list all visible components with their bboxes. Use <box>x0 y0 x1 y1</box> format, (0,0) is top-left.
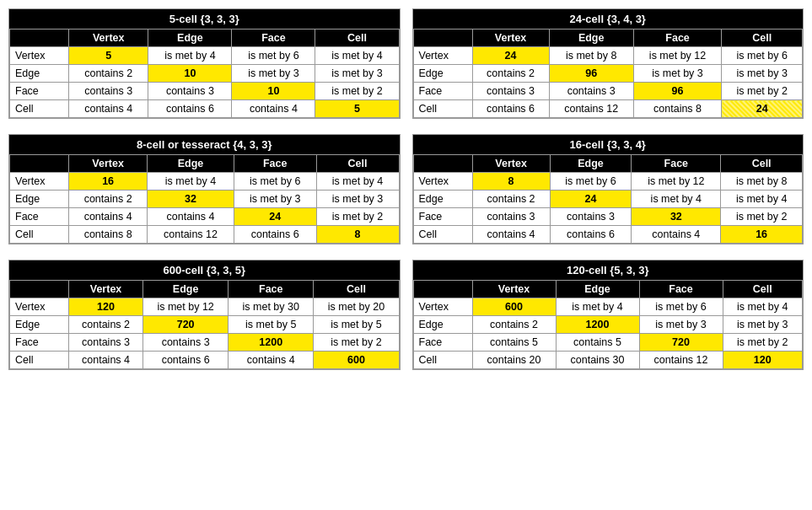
cell-24cell-face-1: contains 3 <box>549 83 633 100</box>
header-120cell-0 <box>413 281 472 298</box>
table-row: Vertex8is met by 6is met by 12is met by … <box>413 173 803 191</box>
header-120cell-1: Vertex <box>472 281 556 298</box>
title-24cell: 24-cell {3, 4, 3} <box>413 9 804 29</box>
cell-8cell-face-1: contains 4 <box>148 208 234 226</box>
row-label-8cell-vertex: Vertex <box>10 173 69 191</box>
data-table-24cell: VertexEdgeFaceCellVertex24is met by 8is … <box>413 29 804 118</box>
cell-5cell-face-3: is met by 2 <box>315 83 399 100</box>
cell-600cell-face-2: 1200 <box>229 334 314 352</box>
table-row: Facecontains 5contains 5720is met by 2 <box>413 334 803 352</box>
header-16cell-0 <box>413 155 472 173</box>
table-row: Vertex16is met by 4is met by 6is met by … <box>10 173 400 191</box>
cell-8cell-cell-0: contains 8 <box>69 226 148 244</box>
row-label-5cell-vertex: Vertex <box>10 47 69 65</box>
table-600cell: 600-cell {3, 3, 5}VertexEdgeFaceCellVert… <box>8 260 401 370</box>
cell-24cell-vertex-2: is met by 12 <box>633 47 722 65</box>
header-600cell-4: Cell <box>314 281 399 298</box>
header-600cell-1: Vertex <box>69 281 143 298</box>
cell-5cell-face-1: contains 3 <box>148 83 232 100</box>
cell-8cell-vertex-1: is met by 4 <box>148 173 234 191</box>
table-row: Vertex24is met by 8is met by 12is met by… <box>413 47 803 65</box>
table-row: Edgecontains 2720is met by 5is met by 5 <box>10 316 400 334</box>
table-row: Cellcontains 4contains 6contains 4600 <box>10 352 400 369</box>
cell-8cell-edge-0: contains 2 <box>69 191 148 208</box>
header-16cell-2: Edge <box>550 155 632 173</box>
cell-16cell-edge-2: is met by 4 <box>632 191 721 208</box>
row-label-120cell-edge: Edge <box>413 316 472 334</box>
row-label-600cell-edge: Edge <box>10 316 69 334</box>
title-120cell: 120-cell {5, 3, 3} <box>413 260 804 280</box>
cell-5cell-face-0: contains 3 <box>69 83 148 100</box>
table-row: Cellcontains 8contains 12contains 68 <box>10 226 400 244</box>
cell-8cell-vertex-2: is met by 6 <box>234 173 316 191</box>
header-5cell-2: Edge <box>148 30 232 47</box>
cell-24cell-cell-0: contains 6 <box>472 100 549 118</box>
cell-24cell-edge-0: contains 2 <box>472 65 549 83</box>
row-label-120cell-face: Face <box>413 334 472 352</box>
cell-16cell-cell-1: contains 6 <box>550 226 632 244</box>
cell-8cell-edge-3: is met by 3 <box>316 191 399 208</box>
cell-24cell-face-3: is met by 2 <box>722 83 803 100</box>
row-label-600cell-face: Face <box>10 334 69 352</box>
cell-600cell-edge-3: is met by 5 <box>314 316 399 334</box>
cell-8cell-face-3: is met by 2 <box>316 208 399 226</box>
cell-16cell-vertex-0: 8 <box>472 173 550 191</box>
header-16cell-4: Cell <box>721 155 803 173</box>
row-label-16cell-vertex: Vertex <box>413 173 472 191</box>
table-row: Facecontains 3contains 396is met by 2 <box>413 83 803 100</box>
table-row: Edgecontains 232is met by 3is met by 3 <box>10 191 400 208</box>
table-row: Cellcontains 4contains 6contains 45 <box>10 100 400 118</box>
row-label-24cell-edge: Edge <box>413 65 472 83</box>
cell-16cell-edge-3: is met by 4 <box>721 191 803 208</box>
cell-120cell-edge-0: contains 2 <box>472 316 556 334</box>
row-label-24cell-face: Face <box>413 83 472 100</box>
table-row: Facecontains 3contains 310is met by 2 <box>10 83 400 100</box>
header-120cell-2: Edge <box>556 281 639 298</box>
cell-16cell-vertex-2: is met by 12 <box>632 173 721 191</box>
cell-8cell-cell-3: 8 <box>316 226 399 244</box>
cell-120cell-edge-2: is met by 3 <box>639 316 723 334</box>
data-table-5cell: VertexEdgeFaceCellVertex5is met by 4is m… <box>9 29 400 118</box>
cell-600cell-face-0: contains 3 <box>69 334 143 352</box>
cell-600cell-vertex-0: 120 <box>69 298 143 316</box>
cell-5cell-vertex-3: is met by 4 <box>315 47 399 65</box>
header-16cell-1: Vertex <box>472 155 550 173</box>
header-8cell-3: Face <box>234 155 316 173</box>
cell-8cell-face-2: 24 <box>234 208 316 226</box>
cell-5cell-face-2: 10 <box>232 83 315 100</box>
header-8cell-4: Cell <box>316 155 399 173</box>
row-label-8cell-face: Face <box>10 208 69 226</box>
cell-16cell-face-3: is met by 2 <box>721 208 803 226</box>
table-row: Edgecontains 224is met by 4is met by 4 <box>413 191 803 208</box>
table-16cell: 16-cell {3, 3, 4}VertexEdgeFaceCellVerte… <box>412 134 804 244</box>
cell-8cell-cell-2: contains 6 <box>234 226 316 244</box>
header-5cell-3: Face <box>232 30 315 47</box>
cell-120cell-vertex-1: is met by 4 <box>556 298 639 316</box>
cell-600cell-edge-0: contains 2 <box>69 316 143 334</box>
cell-600cell-edge-2: is met by 5 <box>229 316 314 334</box>
cell-8cell-edge-2: is met by 3 <box>234 191 316 208</box>
data-table-16cell: VertexEdgeFaceCellVertex8is met by 6is m… <box>413 154 804 244</box>
table-row: Cellcontains 4contains 6contains 416 <box>413 226 803 244</box>
cell-24cell-cell-1: contains 12 <box>549 100 633 118</box>
cell-120cell-face-1: contains 5 <box>556 334 639 352</box>
header-5cell-4: Cell <box>315 30 399 47</box>
cell-120cell-cell-2: contains 12 <box>639 352 723 369</box>
cell-600cell-cell-2: contains 4 <box>229 352 314 369</box>
cell-120cell-face-3: is met by 2 <box>723 334 803 352</box>
table-120cell: 120-cell {5, 3, 3}VertexEdgeFaceCellVert… <box>412 260 804 370</box>
cell-600cell-cell-1: contains 6 <box>143 352 229 369</box>
cell-24cell-vertex-3: is met by 6 <box>722 47 803 65</box>
cell-8cell-edge-1: 32 <box>148 191 234 208</box>
cell-5cell-cell-2: contains 4 <box>232 100 315 118</box>
data-table-8cell: VertexEdgeFaceCellVertex16is met by 4is … <box>9 154 400 244</box>
table-row: Vertex600is met by 4is met by 6is met by… <box>413 298 803 316</box>
header-5cell-0 <box>10 30 69 47</box>
cell-600cell-vertex-1: is met by 12 <box>143 298 229 316</box>
cell-5cell-cell-0: contains 4 <box>69 100 148 118</box>
data-table-120cell: VertexEdgeFaceCellVertex600is met by 4is… <box>413 280 804 369</box>
cell-24cell-edge-3: is met by 3 <box>722 65 803 83</box>
cell-8cell-vertex-0: 16 <box>69 173 148 191</box>
cell-16cell-vertex-1: is met by 6 <box>550 173 632 191</box>
cell-5cell-edge-3: is met by 3 <box>315 65 399 83</box>
